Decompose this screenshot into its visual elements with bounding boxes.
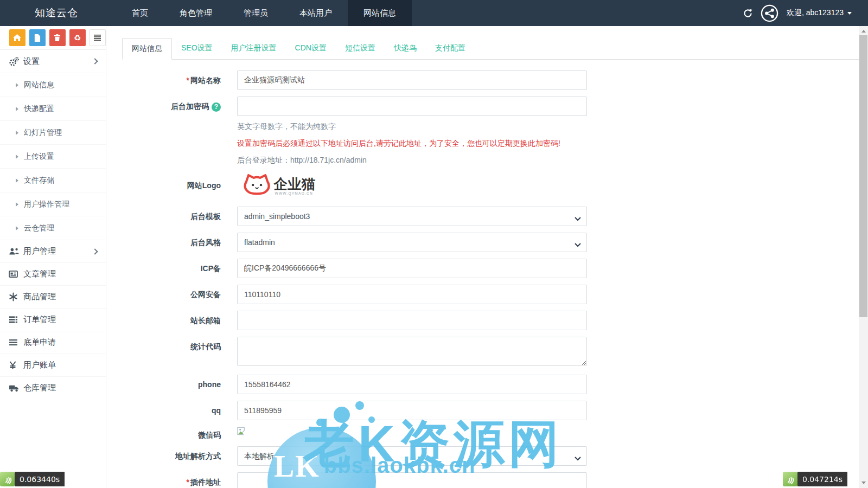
exec-time-left: 0.063440s: [0, 472, 65, 486]
plugin-url-input[interactable]: [237, 472, 587, 488]
nav-item-home[interactable]: 首页: [116, 0, 164, 26]
scroll-down-button[interactable]: [859, 479, 868, 488]
subitem-label: 云仓管理: [24, 223, 54, 233]
caret-down-icon: [847, 12, 852, 17]
brand-logo[interactable]: 知途云仓: [35, 6, 78, 20]
admin-code-input[interactable]: [237, 97, 587, 116]
admin-code-hint: 英文字母数字，不能为纯数字: [237, 122, 587, 132]
phone-label: phone: [122, 375, 237, 394]
list-button[interactable]: [90, 29, 106, 46]
sidebar-subitem-user-operation-management[interactable]: 用户操作管理: [0, 192, 106, 216]
stat-code-label: 统计代码: [122, 337, 237, 356]
tab-sms-settings[interactable]: 短信设置: [336, 38, 385, 60]
recycle-button[interactable]: ♻: [69, 29, 86, 46]
subitem-label: 用户操作管理: [24, 200, 69, 209]
sidebar-item-label: 底单申请: [23, 337, 56, 348]
sidebar-quick-buttons: ♻: [0, 26, 106, 50]
exec-time-value: 0.047214s: [797, 472, 847, 486]
menu-bars-icon: [9, 339, 23, 346]
avatar[interactable]: [761, 4, 778, 22]
sidebar-item-settings[interactable]: 设置: [0, 50, 106, 73]
page-scrollbar: [859, 26, 868, 488]
sidebar-subitem-slideshow-management[interactable]: 幻灯片管理: [0, 120, 106, 144]
tab-kdniao[interactable]: 快递鸟: [385, 38, 426, 60]
public-security-label: 公网安备: [122, 285, 237, 304]
dns-mode-select[interactable]: 本地解析: [237, 446, 587, 466]
plugin-url-label: *插件地址: [122, 472, 237, 488]
icp-input[interactable]: [237, 259, 587, 278]
admin-template-select[interactable]: admin_simpleboot3: [237, 207, 587, 226]
scrollbar-thumb[interactable]: [859, 35, 867, 317]
top-navbar: 知途云仓 首页 角色管理 管理员 本站用户 网站信息 欢迎, abc123123: [0, 0, 868, 26]
trash-button[interactable]: [49, 29, 66, 46]
triangle-down-icon: [861, 481, 866, 486]
truck-icon: [9, 384, 23, 392]
chevron-right-icon: [92, 248, 98, 254]
sidebar-item-product-management[interactable]: 商品管理: [0, 285, 106, 308]
navbar-right: 欢迎, abc123123: [743, 4, 852, 22]
phone-input[interactable]: [237, 375, 587, 394]
gears-icon: [9, 56, 23, 67]
triangle-right-icon: [16, 178, 18, 183]
wechat-code-label: 微信码: [122, 427, 237, 443]
subitem-label: 幻灯片管理: [24, 128, 62, 138]
welcome-text: 欢迎, abc123123: [787, 8, 844, 18]
sidebar: ♻ 设置 网站信息 快递配置 幻灯片管理 上传设置 文件存储 用户操作管理: [0, 26, 106, 488]
required-mark: *: [187, 76, 189, 85]
site-info-form: *网站名称 后台加密码? 英文字母数字，不能为纯数字 设置加密码后必须通过以下地…: [122, 70, 868, 488]
refresh-icon[interactable]: [743, 9, 752, 18]
svg-text:WWW.QYMAO.CN: WWW.QYMAO.CN: [275, 191, 313, 196]
tab-payment-config[interactable]: 支付配置: [426, 38, 475, 60]
subitem-label: 文件存储: [24, 176, 54, 185]
sidebar-subitem-express-config[interactable]: 快递配置: [0, 97, 106, 120]
site-name-input[interactable]: [237, 70, 587, 90]
sidebar-item-receipt-application[interactable]: 底单申请: [0, 331, 106, 354]
settings-tabs: 网站信息 SEO设置 用户注册设置 CDN设置 短信设置 快递鸟 支付配置: [122, 38, 868, 60]
thinkphp-flame-icon: [783, 472, 797, 486]
sidebar-subitem-site-info[interactable]: 网站信息: [0, 73, 106, 97]
stacked-bars-icon: [9, 316, 23, 324]
qq-input[interactable]: [237, 401, 587, 420]
sidebar-item-order-management[interactable]: 订单管理: [0, 308, 106, 331]
tab-seo-settings[interactable]: SEO设置: [172, 38, 222, 60]
user-menu[interactable]: 欢迎, abc123123: [787, 8, 852, 18]
home-button[interactable]: [9, 29, 25, 46]
nav-item-site-info[interactable]: 网站信息: [348, 0, 412, 26]
nav-item-role-management[interactable]: 角色管理: [164, 0, 228, 26]
site-logo-preview: 企业猫 WWW.QYMAO.CN: [237, 173, 587, 200]
chevron-right-icon: [92, 58, 98, 64]
yen-icon: [9, 361, 23, 369]
admin-template-label: 后台模板: [122, 207, 237, 226]
sidebar-item-label: 订单管理: [23, 314, 56, 325]
admin-style-select[interactable]: flatadmin: [237, 233, 587, 252]
sidebar-item-user-billing[interactable]: 用户账单: [0, 354, 106, 376]
subitem-label: 网站信息: [24, 80, 54, 90]
tab-site-info[interactable]: 网站信息: [122, 38, 172, 60]
newspaper-icon: [9, 270, 23, 278]
help-question-icon[interactable]: ?: [212, 102, 221, 112]
sidebar-subitem-file-storage[interactable]: 文件存储: [0, 168, 106, 192]
webmaster-email-input[interactable]: [237, 311, 587, 330]
scroll-up-button[interactable]: [859, 26, 868, 35]
main-nav: 首页 角色管理 管理员 本站用户 网站信息: [116, 0, 412, 26]
file-button[interactable]: [29, 29, 46, 46]
svg-text:企业猫: 企业猫: [273, 176, 316, 191]
nav-item-administrators[interactable]: 管理员: [228, 0, 284, 26]
sidebar-item-user-management[interactable]: 用户管理: [0, 240, 106, 262]
qymao-logo: 企业猫 WWW.QYMAO.CN: [237, 173, 335, 198]
nav-item-site-users[interactable]: 本站用户: [284, 0, 348, 26]
triangle-right-icon: [16, 107, 18, 111]
triangle-right-icon: [16, 131, 18, 135]
sidebar-item-warehouse-management[interactable]: 仓库管理: [0, 376, 106, 399]
admin-login-url: 后台登录地址：http://18.71jc.cn/admin: [237, 156, 587, 165]
required-mark: *: [187, 478, 189, 486]
tab-user-registration-settings[interactable]: 用户注册设置: [222, 38, 286, 60]
stat-code-textarea[interactable]: [237, 337, 587, 366]
admin-style-label: 后台风格: [122, 233, 237, 252]
sidebar-subitem-cloud-warehouse-management[interactable]: 云仓管理: [0, 216, 106, 240]
exec-time-right: 0.047214s: [783, 472, 847, 486]
sidebar-item-article-management[interactable]: 文章管理: [0, 262, 106, 285]
public-security-input[interactable]: [237, 285, 587, 304]
tab-cdn-settings[interactable]: CDN设置: [286, 38, 336, 60]
sidebar-subitem-upload-settings[interactable]: 上传设置: [0, 144, 106, 168]
